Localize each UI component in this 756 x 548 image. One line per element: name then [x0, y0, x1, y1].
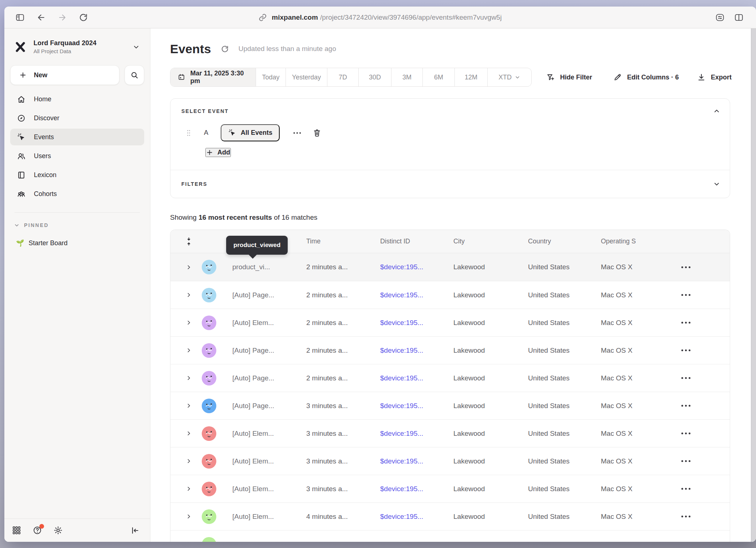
date-picker-button[interactable]: Mar 11, 2025 3:30 pm [170, 68, 256, 86]
table-row[interactable]: [Auto] Elem... 3 minutes a... $device:19… [170, 475, 730, 502]
event-time: 4 minutes a... [306, 513, 380, 521]
chevron-up-icon[interactable] [713, 107, 720, 115]
sidebar-item-discover[interactable]: Discover [10, 110, 144, 126]
hide-filter-button[interactable]: Hide Filter [546, 73, 592, 82]
row-expand-chevron[interactable] [186, 320, 192, 325]
column-header-city[interactable]: City [453, 238, 528, 245]
row-expand-chevron[interactable] [186, 458, 192, 464]
row-expand-chevron[interactable] [186, 541, 192, 542]
distinct-id-link[interactable]: $device:195... [380, 347, 453, 355]
search-button[interactable] [125, 65, 144, 85]
event-country: United States [528, 374, 601, 382]
refresh-button[interactable] [79, 13, 88, 22]
table-row[interactable]: [Auto] Elem... 4 minutes a... $device:19… [170, 530, 730, 542]
split-view-icon[interactable] [734, 13, 744, 22]
range-xtd[interactable]: XTD [488, 68, 531, 86]
table-row[interactable]: [Auto] Elem... 3 minutes a... $device:19… [170, 447, 730, 475]
range-30d[interactable]: 30D [359, 68, 391, 86]
back-button[interactable] [36, 13, 46, 22]
address-bar[interactable]: mixpanel.com/project/3472420/view/397469… [259, 7, 501, 28]
collapse-sidebar-icon[interactable] [130, 526, 140, 535]
edit-columns-button[interactable]: Edit Columns · 6 [613, 73, 679, 82]
range-yesterday[interactable]: Yesterday [286, 68, 327, 86]
pinned-section-header[interactable]: PINNED [14, 222, 144, 228]
filters-section[interactable]: FILTERS [170, 170, 730, 198]
apps-grid-icon[interactable] [12, 525, 21, 535]
row-menu-button[interactable] [681, 349, 690, 351]
range-6m[interactable]: 6M [423, 68, 455, 86]
row-menu-button[interactable] [681, 488, 690, 490]
range-today[interactable]: Today [256, 68, 286, 86]
row-menu-button[interactable] [681, 266, 690, 268]
distinct-id-link[interactable]: $device:195... [380, 513, 453, 521]
column-header-distinct-id[interactable]: Distinct ID [380, 238, 453, 245]
row-menu-button[interactable] [681, 432, 690, 434]
project-switcher[interactable]: Lord Farquaad 2024 All Project Data [10, 39, 144, 54]
distinct-id-link[interactable]: $device:195... [380, 319, 453, 327]
distinct-id-link[interactable]: $device:195... [380, 263, 453, 271]
row-menu-button[interactable] [681, 377, 690, 379]
range-3m[interactable]: 3M [391, 68, 423, 86]
clause-more-icon[interactable] [292, 128, 302, 138]
row-expand-chevron[interactable] [186, 348, 192, 353]
distinct-id-link[interactable]: $device:195... [380, 457, 453, 465]
row-menu-button[interactable] [681, 405, 690, 407]
row-menu-button[interactable] [681, 460, 690, 462]
add-event-button[interactable]: Add [205, 148, 231, 157]
column-header-os[interactable]: Operating S [601, 238, 675, 245]
table-row[interactable]: [Auto] Page... 2 minutes a... $device:19… [170, 281, 730, 309]
event-name: [Auto] Page... [222, 347, 306, 355]
cursor-click-icon [228, 129, 236, 137]
row-expand-chevron[interactable] [186, 265, 192, 270]
range-7d[interactable]: 7D [327, 68, 359, 86]
distinct-id-link[interactable]: $device:195... [380, 485, 453, 493]
gear-icon[interactable] [53, 525, 63, 535]
refresh-icon[interactable] [221, 45, 229, 53]
help-icon[interactable] [32, 525, 42, 535]
row-expand-chevron[interactable] [186, 431, 192, 436]
drag-handle-icon[interactable] [186, 129, 191, 137]
sidebar-item-cohorts[interactable]: Cohorts [10, 185, 144, 202]
range-12m[interactable]: 12M [455, 68, 488, 86]
distinct-id-link[interactable]: $device:195... [380, 291, 453, 299]
table-row[interactable]: [Auto] Page... 2 minutes a... $device:19… [170, 364, 730, 392]
export-button[interactable]: Export [697, 73, 732, 82]
column-header-time[interactable]: Time [306, 238, 380, 245]
sidebar-toggle-icon[interactable] [15, 13, 25, 22]
row-expand-chevron[interactable] [186, 514, 192, 519]
sidebar-item-events[interactable]: Events [10, 129, 144, 145]
table-row[interactable]: [Auto] Elem... 2 minutes a... $device:19… [170, 309, 730, 336]
calendar-icon [178, 73, 185, 82]
collapse-rows-icon[interactable] [186, 237, 192, 246]
event-selector-pill[interactable]: All Events [221, 124, 280, 141]
forward-button[interactable] [58, 13, 67, 22]
distinct-id-link[interactable]: $device:195... [380, 540, 453, 542]
trash-icon[interactable] [312, 128, 322, 137]
row-expand-chevron[interactable] [186, 292, 192, 298]
home-icon [17, 95, 26, 104]
sidebar-item-users[interactable]: Users [10, 148, 144, 164]
event-avatar [202, 399, 216, 413]
new-button[interactable]: New [10, 65, 119, 85]
sidebar-item-home[interactable]: Home [10, 91, 144, 107]
event-avatar [202, 509, 216, 524]
table-row[interactable]: [Auto] Page... 3 minutes a... $device:19… [170, 392, 730, 419]
row-menu-button[interactable] [681, 516, 690, 517]
row-menu-button[interactable] [681, 294, 690, 296]
row-expand-chevron[interactable] [186, 486, 192, 492]
distinct-id-link[interactable]: $device:195... [380, 402, 453, 410]
table-row[interactable]: [Auto] Elem... 3 minutes a... $device:19… [170, 419, 730, 447]
project-subtitle: All Project Data [34, 48, 97, 54]
table-row[interactable]: [Auto] Page... 2 minutes a... $device:19… [170, 336, 730, 364]
row-expand-chevron[interactable] [186, 403, 192, 408]
page-settings-icon[interactable] [715, 13, 725, 22]
row-expand-chevron[interactable] [186, 375, 192, 381]
sidebar-item-starter-board[interactable]: 🌱 Starter Board [16, 239, 144, 247]
distinct-id-link[interactable]: $device:195... [380, 374, 453, 382]
sidebar-item-lexicon[interactable]: Lexicon [10, 167, 144, 183]
column-header-country[interactable]: Country [528, 238, 601, 245]
distinct-id-link[interactable]: $device:195... [380, 430, 453, 438]
row-menu-button[interactable] [681, 322, 690, 324]
table-row[interactable]: [Auto] Elem... 4 minutes a... $device:19… [170, 502, 730, 530]
scrollbar-track[interactable] [751, 28, 756, 542]
